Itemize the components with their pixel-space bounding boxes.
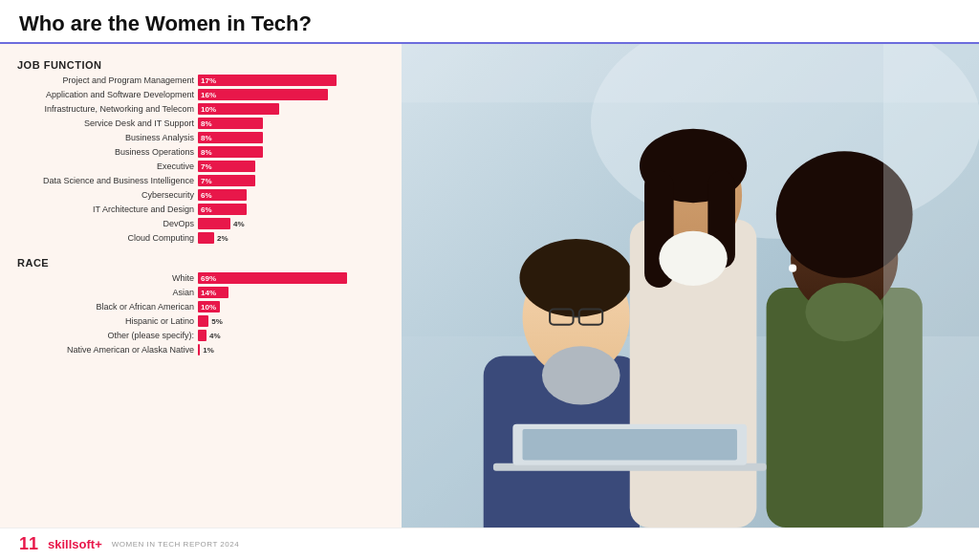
- bar-value-label: 14%: [198, 289, 216, 297]
- bar-fill: 8%: [198, 132, 263, 143]
- content-area: JOB FUNCTION Project and Program Managem…: [0, 44, 979, 528]
- bar-row: Executive7%: [17, 161, 384, 172]
- bar-row: White69%: [17, 272, 384, 284]
- bar-label: Cloud Computing: [17, 233, 194, 243]
- bar-label: Infrastructure, Networking and Telecom: [17, 104, 194, 114]
- svg-rect-26: [883, 44, 979, 528]
- bar-container: 6%: [198, 204, 384, 215]
- job-bar-chart: Project and Program Management17%Applica…: [17, 75, 384, 244]
- bar-container: 10%: [198, 103, 384, 115]
- bar-row: Infrastructure, Networking and Telecom10…: [17, 103, 384, 115]
- bar-container: 14%: [198, 287, 384, 298]
- bar-value-label: 4%: [209, 332, 221, 340]
- bar-fill: [198, 344, 200, 355]
- title-bar: Who are the Women in Tech?: [0, 0, 979, 44]
- job-function-section: JOB FUNCTION Project and Program Managem…: [17, 59, 384, 244]
- bar-row: Data Science and Business Intelligence7%: [17, 175, 384, 186]
- right-panel: [402, 44, 979, 528]
- bar-container: 2%: [198, 232, 384, 244]
- bar-value-label: 2%: [217, 234, 228, 243]
- footer: 11 skillsoft+ WOMEN IN TECH REPORT 2024: [0, 528, 979, 560]
- bar-fill: 14%: [198, 287, 228, 298]
- bar-label: Service Desk and IT Support: [17, 118, 194, 128]
- bar-label: Black or African American: [17, 302, 194, 312]
- bar-value-label: 8%: [198, 119, 212, 128]
- page: Who are the Women in Tech? JOB FUNCTION …: [0, 0, 979, 560]
- bar-container: 69%: [198, 272, 384, 284]
- bar-value-label: 6%: [198, 191, 212, 200]
- bar-row: Cloud Computing2%: [17, 232, 384, 244]
- bar-container: 7%: [198, 175, 384, 186]
- bar-row: Service Desk and IT Support8%: [17, 118, 384, 129]
- bar-fill: 8%: [198, 118, 263, 129]
- bar-value-label: 7%: [198, 177, 212, 185]
- bar-container: 17%: [198, 75, 384, 86]
- bar-row: Cybersecurity6%: [17, 189, 384, 201]
- bar-row: Asian14%: [17, 287, 384, 298]
- report-label: WOMEN IN TECH REPORT 2024: [112, 540, 239, 549]
- bar-container: 8%: [198, 146, 384, 158]
- bar-container: 5%: [198, 315, 384, 327]
- left-panel: JOB FUNCTION Project and Program Managem…: [0, 44, 402, 528]
- svg-rect-27: [402, 44, 979, 102]
- bar-container: 4%: [198, 330, 384, 341]
- svg-point-21: [789, 265, 796, 272]
- bar-label: Business Operations: [17, 147, 194, 157]
- bar-fill: [198, 218, 230, 229]
- bar-label: Hispanic or Latino: [17, 316, 194, 326]
- bar-fill: [198, 315, 208, 327]
- bar-value-label: 10%: [198, 303, 216, 312]
- bar-container: 8%: [198, 132, 384, 143]
- bar-container: 10%: [198, 301, 384, 312]
- bar-value-label: 8%: [198, 134, 212, 142]
- bar-container: 16%: [198, 89, 384, 100]
- bar-row: IT Architecture and Design6%: [17, 204, 384, 215]
- page-title: Who are the Women in Tech?: [19, 11, 312, 35]
- bar-container: 1%: [198, 344, 384, 355]
- bar-fill: 10%: [198, 103, 279, 115]
- bar-fill: 7%: [198, 161, 255, 172]
- bar-container: 8%: [198, 118, 384, 129]
- bar-label: Native American or Alaska Native: [17, 345, 194, 355]
- bar-fill: 6%: [198, 204, 247, 215]
- bar-fill: 7%: [198, 175, 255, 186]
- bar-row: Other (please specify):4%: [17, 330, 384, 341]
- bar-value-label: 69%: [198, 274, 216, 283]
- race-section: RACE White69%Asian14%Black or African Am…: [17, 257, 384, 355]
- job-section-title: JOB FUNCTION: [17, 59, 384, 71]
- bar-label: DevOps: [17, 219, 194, 228]
- bar-row: DevOps4%: [17, 218, 384, 229]
- bar-value-label: 16%: [198, 91, 216, 99]
- bar-row: Black or African American10%: [17, 301, 384, 312]
- photo-area: [402, 44, 979, 528]
- bar-value-label: 6%: [198, 205, 212, 214]
- bar-label: Cybersecurity: [17, 190, 194, 200]
- bar-fill: [198, 232, 214, 244]
- bar-value-label: 10%: [198, 105, 216, 114]
- bar-row: Business Analysis8%: [17, 132, 384, 143]
- bar-row: Application and Software Development16%: [17, 89, 384, 100]
- bar-fill: 17%: [198, 75, 337, 86]
- svg-point-17: [659, 231, 727, 286]
- bar-fill: 8%: [198, 146, 263, 158]
- bar-value-label: 1%: [203, 346, 214, 355]
- svg-point-22: [805, 283, 883, 341]
- bar-value-label: 8%: [198, 148, 212, 157]
- svg-rect-25: [523, 429, 737, 461]
- page-number: 11: [19, 534, 38, 554]
- bar-row: Hispanic or Latino5%: [17, 315, 384, 327]
- bar-value-label: 5%: [211, 317, 223, 326]
- bar-container: 7%: [198, 161, 384, 172]
- bar-label: White: [17, 273, 194, 283]
- bar-label: IT Architecture and Design: [17, 205, 194, 214]
- bar-label: Executive: [17, 162, 194, 171]
- bar-value-label: 17%: [198, 76, 216, 85]
- bar-fill: 10%: [198, 301, 220, 312]
- bar-container: 6%: [198, 189, 384, 201]
- bar-row: Project and Program Management17%: [17, 75, 384, 86]
- logo: skillsoft+: [48, 537, 102, 551]
- bar-fill: 6%: [198, 189, 247, 201]
- bar-label: Other (please specify):: [17, 331, 194, 340]
- bar-label: Project and Program Management: [17, 75, 194, 85]
- bar-fill: [198, 330, 207, 341]
